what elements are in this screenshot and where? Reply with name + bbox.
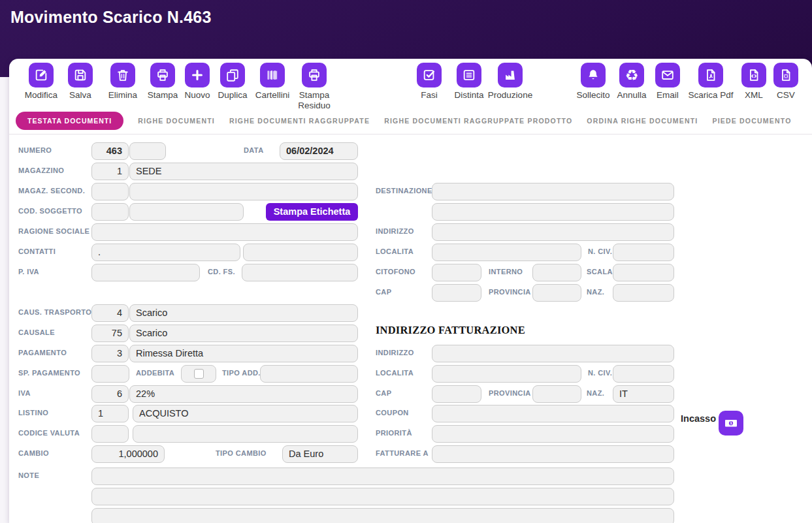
codice-valuta-desc-input[interactable] bbox=[133, 425, 358, 443]
tipo-add-input[interactable] bbox=[260, 365, 358, 383]
n-civ-dest-input[interactable] bbox=[613, 244, 674, 261]
ragione-sociale-input[interactable] bbox=[91, 223, 358, 241]
tab-ordina-righe-documenti[interactable]: ORDINA RIGHE DOCUMENTI bbox=[587, 117, 698, 125]
label-causale: CAUSALE bbox=[18, 328, 55, 336]
listino-desc-input[interactable]: ACQUISTO bbox=[133, 405, 358, 422]
indirizzo-dest-input[interactable] bbox=[432, 223, 674, 241]
tipo-cambio-input[interactable]: Da Euro bbox=[282, 445, 358, 463]
csv-button[interactable]: CSV bbox=[756, 63, 812, 101]
label-cap-fatt: CAP bbox=[376, 389, 391, 397]
data-input[interactable]: 06/02/2024 bbox=[280, 142, 358, 160]
edit-icon bbox=[29, 63, 54, 87]
cap-fatt-input[interactable] bbox=[432, 385, 481, 403]
magazzino-desc-input[interactable]: SEDE bbox=[129, 163, 358, 180]
incasso-button[interactable]: 1 bbox=[719, 411, 743, 436]
label-codice-valuta: CODICE VALUTA bbox=[18, 429, 80, 437]
citofono-input[interactable] bbox=[432, 264, 481, 281]
label-magaz-second: MAGAZ. SECOND. bbox=[18, 187, 85, 195]
barcode-icon bbox=[260, 63, 285, 87]
destinazione-input-2[interactable] bbox=[432, 203, 674, 221]
contatti-input-2[interactable] bbox=[243, 244, 358, 261]
provincia-fatt-input[interactable] bbox=[532, 385, 581, 403]
save-icon bbox=[68, 63, 93, 87]
note-input-2[interactable] bbox=[91, 488, 674, 505]
label-magazzino: MAGAZZINO bbox=[18, 166, 64, 174]
toolbar-button-label: Salva bbox=[69, 90, 91, 101]
magaz-second-code-input[interactable] bbox=[91, 183, 129, 200]
label-localita-fatt: LOCALITA bbox=[376, 369, 414, 377]
naz-dest-input[interactable] bbox=[613, 284, 674, 302]
addebita-checkbox[interactable] bbox=[194, 369, 204, 379]
interno-input[interactable] bbox=[532, 264, 581, 281]
pagamento-code-input[interactable]: 3 bbox=[91, 345, 129, 362]
label-numero: NUMERO bbox=[18, 146, 52, 154]
cod-soggetto-desc-input[interactable] bbox=[129, 203, 244, 221]
n-civ-fatt-input[interactable] bbox=[613, 365, 674, 383]
stampa-residuo-button[interactable]: Stampa Residuo bbox=[285, 63, 344, 110]
label-sp-pagamento: SP. PAGAMENTO bbox=[18, 369, 80, 377]
cambio-input[interactable]: 1,000000 bbox=[91, 445, 165, 463]
numero-input[interactable]: 463 bbox=[91, 142, 129, 160]
cd-fs-input[interactable] bbox=[242, 264, 358, 281]
check-square-icon bbox=[417, 63, 442, 87]
label-tipo-cambio: TIPO CAMBIO bbox=[216, 449, 267, 457]
envelope-icon bbox=[655, 63, 680, 87]
note-input-1[interactable] bbox=[91, 468, 674, 485]
iva-desc-input[interactable]: 22% bbox=[129, 385, 358, 403]
scala-input[interactable] bbox=[613, 264, 674, 281]
indirizzo-fatt-input[interactable] bbox=[432, 345, 674, 362]
listino-code-input[interactable]: 1 bbox=[91, 405, 129, 422]
produzione-button[interactable]: Produzione bbox=[481, 63, 540, 101]
destinazione-input-1[interactable] bbox=[432, 183, 674, 200]
page: Movimento Scarico N.463 Modifica Salva E… bbox=[0, 0, 812, 523]
page-title: Movimento Scarico N.463 bbox=[10, 8, 211, 27]
naz-fatt-input[interactable]: IT bbox=[613, 385, 674, 403]
codice-valuta-code-input[interactable] bbox=[91, 425, 129, 443]
note-input-3[interactable] bbox=[91, 508, 674, 523]
iva-code-input[interactable]: 6 bbox=[91, 385, 129, 403]
billing-section-heading: INDIRIZZO FATTURAZIONE bbox=[376, 324, 525, 337]
localita-fatt-input[interactable] bbox=[432, 365, 581, 383]
tab-righe-documenti-raggruppate-prodotto[interactable]: RIGHE DOCUMENTI RAGGRUPPATE PRODOTTO bbox=[384, 117, 572, 125]
label-provincia-dest: PROVINCIA bbox=[489, 288, 531, 296]
tab-testata-documenti[interactable]: TESTATA DOCUMENTI bbox=[16, 112, 123, 130]
label-cap-dest: CAP bbox=[376, 288, 391, 296]
caus-trasporto-desc-input[interactable]: Scarico bbox=[129, 304, 358, 322]
causale-code-input[interactable]: 75 bbox=[91, 325, 129, 342]
label-n-civ-dest: N. CIV. bbox=[588, 247, 612, 255]
coupon-input[interactable] bbox=[432, 405, 674, 422]
stampa-etichetta-button[interactable]: Stampa Etichetta bbox=[266, 203, 358, 221]
sp-pagamento-input[interactable] bbox=[91, 365, 129, 383]
label-contatti: CONTATTI bbox=[18, 247, 56, 255]
label-data: DATA bbox=[244, 146, 264, 154]
svg-text:1: 1 bbox=[730, 421, 732, 425]
causale-desc-input[interactable]: Scarico bbox=[129, 325, 358, 342]
magazzino-code-input[interactable]: 1 bbox=[91, 163, 129, 180]
label-interno: INTERNO bbox=[489, 268, 523, 276]
p-iva-input[interactable] bbox=[91, 264, 200, 281]
caus-trasporto-code-input[interactable]: 4 bbox=[91, 304, 129, 322]
label-scala: SCALA bbox=[587, 268, 613, 276]
numero-suffix-input[interactable] bbox=[129, 142, 166, 160]
label-listino: LISTINO bbox=[18, 409, 48, 417]
label-priorita: PRIORITÀ bbox=[376, 429, 412, 437]
magaz-second-desc-input[interactable] bbox=[129, 183, 358, 200]
label-n-civ-fatt: N. CIV. bbox=[588, 369, 612, 377]
pagamento-desc-input[interactable]: Rimessa Diretta bbox=[129, 345, 358, 362]
trash-icon bbox=[110, 63, 135, 87]
label-indirizzo-dest: INDIRIZZO bbox=[376, 227, 414, 235]
priorita-input[interactable] bbox=[432, 425, 674, 443]
fatturare-a-input[interactable] bbox=[432, 445, 674, 463]
contatti-input-1[interactable]: . bbox=[91, 244, 240, 261]
provincia-dest-input[interactable] bbox=[532, 284, 581, 302]
money-icon: 1 bbox=[719, 411, 743, 436]
cod-soggetto-code-input[interactable] bbox=[91, 203, 129, 221]
label-ragione-sociale: RAGIONE SOCIALE bbox=[18, 227, 89, 235]
tab-righe-documenti[interactable]: RIGHE DOCUMENTI bbox=[138, 117, 215, 125]
localita-dest-input[interactable] bbox=[432, 244, 581, 261]
tab-piede-documento[interactable]: PIEDE DOCUMENTO bbox=[712, 117, 791, 125]
cap-dest-input[interactable] bbox=[432, 284, 481, 302]
list-icon bbox=[457, 63, 481, 87]
tab-righe-documenti-raggruppate[interactable]: RIGHE DOCUMENTI RAGGRUPPATE bbox=[229, 117, 370, 125]
label-note: NOTE bbox=[18, 471, 39, 479]
